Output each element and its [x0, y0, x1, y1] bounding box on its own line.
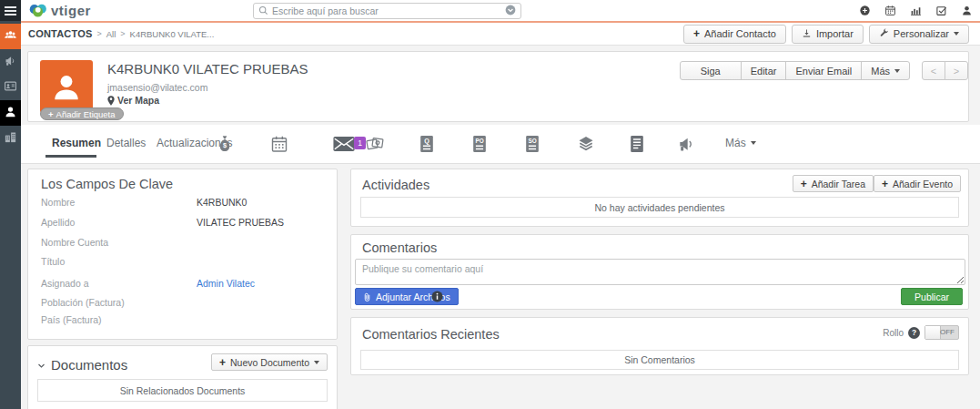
add-event-button[interactable]: +Añadir Evento: [874, 175, 961, 192]
purchase-order-doc-icon[interactable]: PO: [470, 135, 489, 153]
key-fields-card: Los Campos De Clave NombreK4RBUNK0 Apell…: [27, 169, 338, 340]
rollup-label: Rollo: [883, 328, 904, 338]
documents-empty-message: Sin Relacionados Documents: [37, 379, 328, 402]
sidebar-item-organizations[interactable]: [0, 126, 21, 151]
field-row: Población (Factura): [41, 297, 328, 310]
import-button[interactable]: Importar: [792, 25, 864, 44]
add-tag-button[interactable]: +Añadir Etiqueta: [40, 107, 124, 120]
sidebar-item-contacts[interactable]: [0, 100, 21, 126]
publish-button[interactable]: Publicar: [901, 288, 963, 305]
building-icon: [4, 130, 17, 148]
person-icon: [4, 105, 17, 122]
svg-text:Q: Q: [424, 137, 429, 145]
toggle-state-label: OFF: [940, 328, 955, 336]
activities-title: Actividades: [362, 178, 429, 192]
caret-down-icon: [751, 141, 756, 145]
plus-icon: +: [801, 179, 807, 189]
email-count-badge: 1: [354, 137, 366, 149]
chevron-down-icon: [37, 357, 45, 373]
chevron-right-icon: >: [954, 66, 959, 77]
comments-title: Comentarios: [362, 240, 437, 255]
caret-down-icon: [894, 69, 900, 73]
send-email-button[interactable]: Enviar Email: [785, 61, 862, 80]
campaigns-megaphone-icon[interactable]: [677, 135, 695, 153]
field-row: País (Factura): [41, 314, 328, 327]
add-task-button[interactable]: +Añadir Tarea: [793, 175, 874, 192]
vtiger-crm-window: vtiger CONTACTOS > All > K4RBUNK0 VILATE…: [0, 0, 980, 409]
edit-button[interactable]: Editar: [741, 61, 787, 80]
rollup-toggle[interactable]: OFF: [924, 325, 959, 340]
sidebar-item-users-group[interactable]: [0, 24, 21, 49]
hamburger-menu-icon[interactable]: [0, 0, 21, 21]
activities-empty-message: No hay actividades pendientes: [360, 197, 959, 218]
comment-input[interactable]: [355, 259, 965, 285]
active-tab-underline: [45, 155, 96, 158]
reports-icon[interactable]: [910, 4, 922, 20]
search-input[interactable]: [272, 5, 501, 16]
field-row: Título: [41, 256, 328, 269]
new-document-button[interactable]: +Nuevo Documento: [211, 353, 328, 371]
contact-email[interactable]: jmasensio@vilatec.com: [107, 82, 207, 93]
tasks-icon[interactable]: [935, 4, 947, 20]
breadcrumb-bar: CONTACTOS > All > K4RBUNK0 VILATE... +Añ…: [21, 23, 980, 46]
sidebar-item-contact-cards[interactable]: [0, 75, 21, 100]
user-icon[interactable]: [961, 4, 973, 20]
follow-button[interactable]: Siga: [680, 61, 742, 80]
sales-order-doc-icon[interactable]: SO: [523, 135, 541, 153]
breadcrumb-all[interactable]: All: [106, 29, 116, 39]
field-label: Población (Factura): [41, 297, 197, 310]
contact-name: K4RBUNK0 VILATEC PRUEBAS: [107, 61, 308, 77]
emails-icon[interactable]: 1: [333, 137, 355, 151]
calendar-icon[interactable]: [884, 4, 896, 20]
help-question-icon[interactable]: ?: [908, 327, 920, 339]
contact-card-icon: [4, 79, 17, 97]
field-label: País (Factura): [41, 314, 197, 327]
breadcrumb-record[interactable]: K4RBUNK0 VILATE...: [130, 29, 215, 39]
caret-down-icon: [954, 32, 959, 36]
import-download-icon: [802, 28, 812, 40]
contact-action-buttons: Siga Editar Enviar Email Más: [680, 61, 910, 80]
breadcrumb-separator: >: [96, 29, 101, 38]
ver-mapa-link[interactable]: Ver Mapa: [107, 95, 159, 106]
svg-text:PO: PO: [475, 138, 483, 144]
paperclip-icon: [363, 291, 371, 302]
more-button[interactable]: Más: [861, 61, 910, 80]
previous-record-button[interactable]: <: [922, 61, 945, 80]
documents-card: Documentos +Nuevo Documento Sin Relacion…: [27, 345, 338, 409]
calendar-icon[interactable]: [270, 135, 288, 153]
field-row: NombreK4RBUNK0: [41, 197, 328, 210]
person-icon: [50, 70, 83, 103]
personalize-button[interactable]: Personalizar: [869, 25, 969, 44]
field-value: K4RBUNK0: [197, 197, 247, 210]
quick-add-icon[interactable]: [859, 4, 871, 20]
toggle-knob: [925, 326, 941, 339]
products-stack-icon[interactable]: [577, 135, 595, 153]
search-options-chevron-icon[interactable]: [505, 3, 516, 19]
next-record-button[interactable]: >: [945, 61, 968, 80]
contact-avatar: [40, 60, 93, 113]
breadcrumb-module[interactable]: CONTACTOS: [28, 28, 92, 39]
documents-header[interactable]: Documentos: [37, 357, 127, 373]
sidebar-item-campaigns[interactable]: [0, 49, 21, 75]
tab-detalles[interactable]: Detalles: [106, 137, 146, 149]
contact-header-card: K4RBUNK0 VILATEC PRUEBAS jmasensio@vilat…: [27, 51, 969, 122]
field-row: Nombre Cuenta: [41, 237, 328, 250]
field-row: Asignado aAdmin Vilatec: [41, 278, 328, 291]
assigned-user-link[interactable]: Admin Vilatec: [197, 278, 255, 291]
moneybag-icon[interactable]: $: [216, 135, 234, 153]
vtiger-logo[interactable]: vtiger: [28, 2, 91, 18]
info-icon[interactable]: [431, 290, 443, 302]
quotes-doc-icon[interactable]: Q: [418, 135, 436, 153]
field-value: VILATEC PRUEBAS: [197, 217, 284, 230]
invoice-icon[interactable]: [628, 135, 646, 153]
add-contact-button[interactable]: +Añadir Contacto: [683, 25, 786, 44]
global-search: [253, 3, 521, 19]
plus-icon: +: [693, 28, 700, 39]
tab-resumen[interactable]: Resumen: [52, 137, 101, 149]
tab-more[interactable]: Más: [725, 137, 756, 149]
breadcrumb-actions: +Añadir Contacto Importar Personalizar: [683, 25, 969, 44]
field-label: Nombre: [41, 197, 197, 210]
caret-down-icon: [314, 361, 319, 364]
cash-icon[interactable]: [366, 135, 384, 153]
plus-icon: +: [882, 179, 888, 189]
